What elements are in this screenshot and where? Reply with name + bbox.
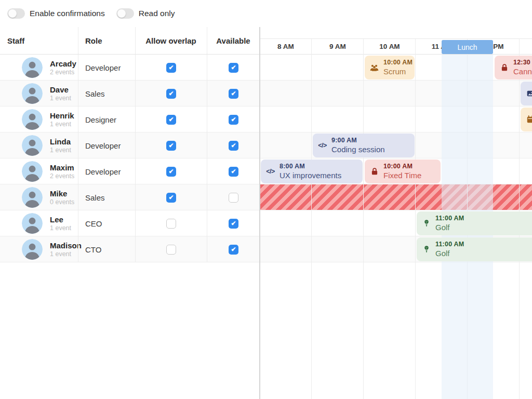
event-time: 11:00 AM bbox=[435, 215, 464, 222]
enable-confirmations-label: Enable confirmations bbox=[30, 9, 105, 18]
grid-column-divider bbox=[78, 27, 78, 262]
event[interactable]: 12:30 PMCannes bbox=[495, 56, 532, 79]
role-cell: CTO bbox=[85, 245, 101, 254]
golf-icon bbox=[422, 219, 431, 228]
lock-icon bbox=[500, 63, 509, 72]
read-only-toggle[interactable]: Read only bbox=[116, 8, 175, 19]
event[interactable]: </>9:00 AMCoding session bbox=[313, 134, 415, 157]
event-text: 10:00 AMScrum bbox=[383, 59, 413, 76]
staff-event-count: 1 event bbox=[50, 146, 71, 154]
event[interactable]: 11:00 AMGolf bbox=[417, 237, 532, 261]
column-line bbox=[311, 39, 312, 399]
allow-overlap-checkbox[interactable] bbox=[166, 245, 176, 255]
staff-name: Linda bbox=[50, 137, 71, 146]
read-only-label: Read only bbox=[139, 9, 175, 18]
staff-name: Arcady bbox=[50, 59, 76, 68]
golf-icon bbox=[422, 245, 431, 254]
available-checkbox[interactable]: ✔ bbox=[229, 63, 238, 73]
role-cell: CEO bbox=[85, 219, 102, 228]
image-icon bbox=[526, 89, 532, 98]
grid-column-divider bbox=[135, 27, 136, 262]
time-axis-tick: 9 AM bbox=[312, 39, 364, 55]
time-axis-tick: 8 AM bbox=[260, 39, 312, 55]
staff-name: Henrik bbox=[50, 111, 74, 120]
column-line bbox=[415, 39, 416, 399]
role-cell: Developer bbox=[85, 63, 121, 72]
grid-splitter[interactable] bbox=[259, 27, 260, 399]
event-time: 10:00 AM bbox=[383, 59, 413, 66]
available-checkbox[interactable]: ✔ bbox=[229, 245, 238, 255]
event-title: Fixed Time bbox=[383, 170, 421, 180]
staff-name-box: Arcady2 events bbox=[50, 59, 76, 76]
allow-overlap-checkbox[interactable]: ✔ bbox=[166, 89, 176, 99]
code-icon: </> bbox=[266, 168, 275, 175]
event[interactable] bbox=[521, 82, 532, 105]
code-icon: </> bbox=[318, 142, 327, 149]
time-axis-tick: 10 AM bbox=[364, 39, 416, 55]
avatar bbox=[22, 57, 43, 78]
toggle-switch-icon[interactable] bbox=[116, 8, 134, 19]
role-cell: Designer bbox=[85, 115, 116, 124]
staff-event-count: 1 event bbox=[50, 120, 74, 128]
column-header-available[interactable]: Available bbox=[207, 27, 260, 55]
event-title: Cannes bbox=[513, 66, 532, 76]
staff-event-count: 2 events bbox=[50, 172, 74, 180]
event-text: 11:00 AMGolf bbox=[435, 215, 464, 232]
allow-overlap-checkbox[interactable]: ✔ bbox=[166, 141, 176, 151]
event-time: 12:30 PM bbox=[513, 59, 532, 66]
toggle-knob-icon bbox=[8, 9, 17, 18]
staff-name-box: Linda1 event bbox=[50, 137, 71, 154]
lock-icon bbox=[370, 167, 379, 176]
role-cell: Sales bbox=[85, 193, 105, 202]
staff-name: Lee bbox=[50, 215, 71, 224]
staff-name: Dave bbox=[50, 85, 71, 94]
toggle-knob-icon bbox=[117, 9, 126, 18]
available-checkbox[interactable]: ✔ bbox=[229, 167, 238, 177]
event-time: 9:00 AM bbox=[331, 137, 385, 144]
calendar-icon bbox=[526, 115, 532, 124]
event[interactable]: 11:00 AMGolf bbox=[417, 211, 532, 235]
available-checkbox[interactable]: ✔ bbox=[229, 219, 238, 229]
staff-event-count: 1 event bbox=[50, 94, 71, 102]
staff-event-count: 2 events bbox=[50, 68, 76, 76]
event[interactable]: 10:00 AMFixed Time bbox=[365, 159, 441, 183]
enable-confirmations-toggle[interactable]: Enable confirmations bbox=[7, 8, 105, 19]
avatar bbox=[22, 187, 43, 208]
event[interactable]: 10:00 AMScrum bbox=[365, 56, 415, 79]
event-title: Golf bbox=[435, 222, 464, 232]
staff-name-box: Maxim2 events bbox=[50, 163, 74, 180]
lunch-time-range-label: Lunch bbox=[442, 40, 493, 54]
event-time: 11:00 AM bbox=[435, 241, 464, 248]
role-cell: Sales bbox=[85, 89, 105, 98]
available-checkbox[interactable]: ✔ bbox=[229, 115, 238, 125]
scheduler-app: Enable confirmations Read only Staff Rol… bbox=[0, 0, 532, 399]
allow-overlap-checkbox[interactable]: ✔ bbox=[166, 167, 176, 177]
column-header-role[interactable]: Role bbox=[78, 27, 135, 55]
toolbar: Enable confirmations Read only bbox=[0, 0, 532, 27]
role-cell: Developer bbox=[85, 141, 121, 150]
avatar bbox=[22, 83, 43, 104]
avatar bbox=[22, 213, 43, 234]
column-header-staff[interactable]: Staff bbox=[0, 27, 78, 55]
allow-overlap-checkbox[interactable]: ✔ bbox=[166, 193, 176, 203]
available-checkbox[interactable]: ✔ bbox=[229, 141, 238, 151]
event-title: Golf bbox=[435, 248, 464, 258]
event[interactable]: </>8:00 AMUX improvements bbox=[261, 159, 363, 183]
staff-name: Mike bbox=[50, 189, 74, 198]
allow-overlap-checkbox[interactable]: ✔ bbox=[166, 115, 176, 125]
staff-name-box: Henrik1 event bbox=[50, 111, 74, 128]
toggle-switch-icon[interactable] bbox=[7, 8, 25, 19]
column-line bbox=[363, 39, 364, 399]
event-title: Coding session bbox=[331, 144, 385, 154]
avatar bbox=[22, 135, 43, 156]
allow-overlap-checkbox[interactable]: ✔ bbox=[166, 63, 176, 73]
column-header-allow-overlap[interactable]: Allow overlap bbox=[135, 27, 207, 55]
staff-name-box: Lee1 event bbox=[50, 215, 71, 232]
available-checkbox[interactable]: ✔ bbox=[229, 89, 238, 99]
avatar bbox=[22, 161, 43, 182]
event-title: UX improvements bbox=[280, 170, 341, 180]
available-checkbox[interactable] bbox=[229, 193, 238, 203]
allow-overlap-checkbox[interactable] bbox=[166, 219, 176, 229]
event-time: 8:00 AM bbox=[280, 163, 341, 170]
event[interactable] bbox=[521, 108, 532, 131]
